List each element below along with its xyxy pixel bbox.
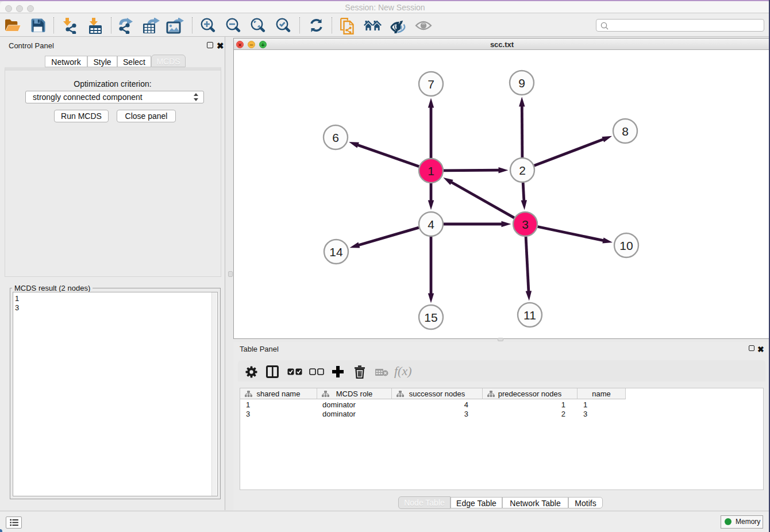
svg-text:8: 8: [622, 125, 629, 138]
svg-text:6: 6: [332, 131, 339, 144]
svg-text:9: 9: [518, 76, 525, 90]
svg-text:2: 2: [519, 164, 526, 177]
svg-text:3: 3: [522, 218, 529, 231]
svg-text:7: 7: [428, 78, 434, 91]
svg-text:1: 1: [428, 164, 434, 178]
svg-text:4: 4: [428, 218, 434, 231]
svg-text:15: 15: [424, 311, 437, 324]
svg-text:10: 10: [619, 239, 633, 252]
svg-text:11: 11: [523, 309, 536, 322]
svg-text:14: 14: [329, 245, 343, 259]
